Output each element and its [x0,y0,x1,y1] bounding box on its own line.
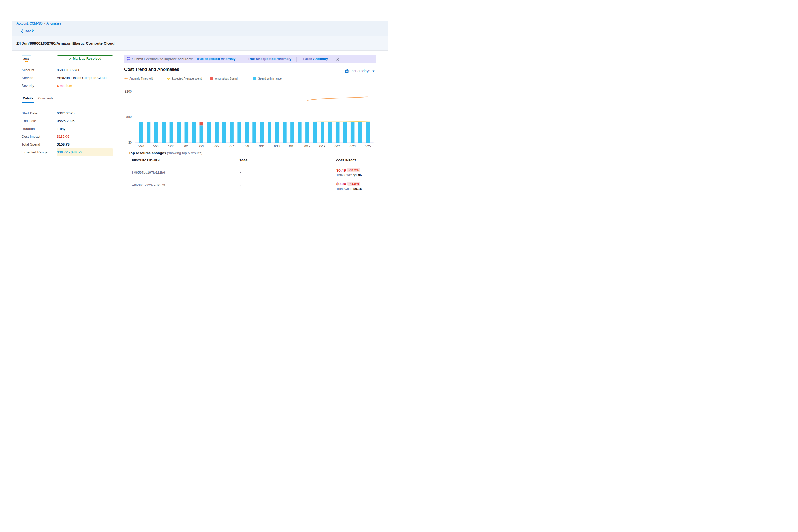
svg-text:6/23: 6/23 [349,145,356,148]
svg-text:6/3: 6/3 [199,145,204,148]
svg-text:5/30: 5/30 [168,145,174,148]
svg-text:6/25: 6/25 [365,145,371,148]
svg-text:6/7: 6/7 [229,145,234,148]
svg-text:6/19: 6/19 [320,145,326,148]
svg-text:$50: $50 [127,115,132,119]
svg-text:6/1: 6/1 [184,145,189,148]
svg-text:$0: $0 [128,141,132,145]
svg-text:aws: aws [23,57,29,60]
svg-text:$100: $100 [125,90,132,93]
svg-text:6/5: 6/5 [214,145,219,148]
svg-text:6/21: 6/21 [335,145,341,148]
svg-text:6/17: 6/17 [304,145,310,148]
svg-text:6/9: 6/9 [245,145,249,148]
svg-text:6/11: 6/11 [259,145,265,148]
svg-text:5/28: 5/28 [153,145,159,148]
svg-text:6/15: 6/15 [289,145,296,148]
svg-text:6/13: 6/13 [274,145,280,148]
svg-text:5/26: 5/26 [138,145,144,148]
